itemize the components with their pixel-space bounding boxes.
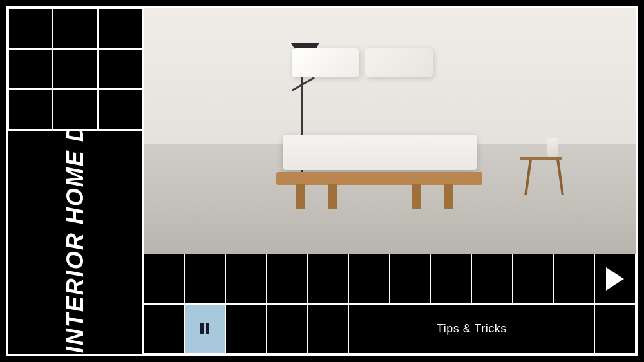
grid-cell (8, 49, 53, 90)
grid-cell (53, 89, 97, 129)
pause-button[interactable] (185, 304, 226, 354)
bottom-cell (185, 254, 226, 304)
tips-tricks-cell: Tips & Tricks (348, 304, 594, 354)
pillow-right (365, 48, 433, 77)
main-image (144, 8, 636, 254)
grid-top (8, 8, 142, 131)
bottom-cell (267, 254, 308, 304)
bed-frame (276, 172, 482, 185)
bottom-cell (225, 304, 267, 354)
arrow-cell[interactable] (594, 254, 636, 304)
bed-leg-left2 (328, 184, 337, 209)
bed-leg-right2 (412, 184, 421, 209)
grid-cell (53, 8, 97, 49)
bottom-grid: Tips & Tricks (144, 254, 636, 354)
left-sidebar: MINIMALIST INTERIOR HOME DECORATION (8, 8, 144, 354)
bottom-cell (390, 254, 431, 304)
bottom-cell (308, 254, 349, 304)
bottom-cell (554, 254, 595, 304)
grid-cell (98, 8, 142, 49)
pause-icon (200, 323, 209, 334)
bed-leg-left (296, 184, 305, 209)
bedroom-scene (144, 8, 636, 254)
bottom-cell (471, 254, 513, 304)
bed-leg-right (444, 184, 453, 209)
pause-bar-left (200, 323, 204, 334)
next-arrow-icon (606, 267, 624, 291)
grid-cell (8, 8, 53, 49)
slide-container: MINIMALIST INTERIOR HOME DECORATION (6, 6, 638, 356)
vase (547, 138, 558, 157)
grid-cell (98, 49, 142, 90)
bottom-cell (267, 304, 308, 354)
side-table-top (520, 157, 562, 160)
bottom-cell (513, 254, 554, 304)
bottom-cell (144, 304, 185, 354)
grid-cell (98, 89, 142, 129)
mattress (283, 135, 477, 170)
tips-tricks-label: Tips & Tricks (437, 322, 507, 336)
bottom-cell (225, 254, 267, 304)
bottom-cell (144, 254, 185, 304)
slide-title: MINIMALIST INTERIOR HOME DECORATION (62, 131, 88, 354)
bottom-cell (308, 304, 349, 354)
pause-bar-right (206, 323, 209, 334)
grid-cell (53, 49, 97, 90)
title-area: MINIMALIST INTERIOR HOME DECORATION (8, 131, 142, 354)
bottom-cell (594, 304, 636, 354)
bottom-cell (348, 254, 390, 304)
pillow-left (292, 48, 359, 77)
grid-cell (8, 89, 53, 129)
bottom-cell (431, 254, 472, 304)
wall (144, 8, 636, 156)
